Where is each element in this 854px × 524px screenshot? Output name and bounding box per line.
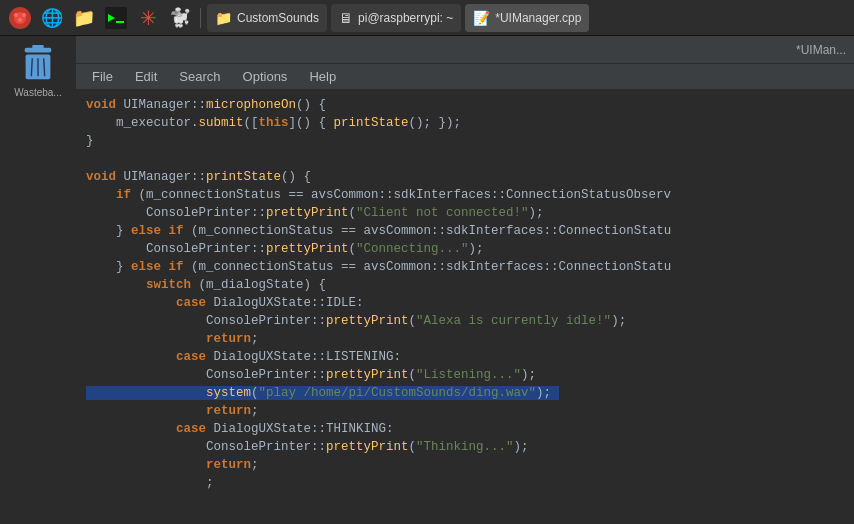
menu-file[interactable]: File: [82, 67, 123, 86]
svg-point-3: [22, 13, 26, 17]
terminal-icon[interactable]: [102, 4, 130, 32]
sidebar: Wasteba...: [0, 36, 76, 524]
editor-titlebar: *UIMan...: [76, 36, 854, 64]
terminal-win-icon: 🖥: [339, 10, 353, 26]
window-custom-sounds[interactable]: 📁 CustomSounds: [207, 4, 327, 32]
menu-help[interactable]: Help: [299, 67, 346, 86]
window-editor-label: *UIManager.cpp: [495, 11, 581, 25]
svg-rect-7: [116, 21, 124, 23]
code-editor[interactable]: void UIManager::microphoneOn() { m_execu…: [76, 90, 854, 524]
main-area: Wasteba... *UIMan... File Edit Search Op…: [0, 36, 854, 524]
editor-win-icon: 📝: [473, 10, 490, 26]
editor-container: *UIMan... File Edit Search Options Help …: [76, 36, 854, 524]
trash-icon[interactable]: Wasteba...: [13, 40, 63, 100]
menu-edit[interactable]: Edit: [125, 67, 167, 86]
window-terminal[interactable]: 🖥 pi@raspberrypi: ~: [331, 4, 461, 32]
menu-search[interactable]: Search: [169, 67, 230, 86]
trash-label: Wasteba...: [14, 87, 61, 98]
editor-window-title: *UIMan...: [796, 43, 846, 57]
svg-point-2: [14, 13, 18, 17]
window-terminal-label: pi@raspberrypi: ~: [358, 11, 453, 25]
dog-icon[interactable]: 🐩: [166, 4, 194, 32]
highlighted-line: system("play /home/pi/CustomSounds/ding.…: [86, 386, 559, 400]
star-icon[interactable]: ✳: [134, 4, 162, 32]
folder-icon: 📁: [215, 10, 232, 26]
sep1: [200, 8, 201, 28]
svg-line-11: [31, 58, 32, 76]
menubar: File Edit Search Options Help: [76, 64, 854, 90]
browser-icon[interactable]: 🌐: [38, 4, 66, 32]
menu-options[interactable]: Options: [233, 67, 298, 86]
files-icon[interactable]: 📁: [70, 4, 98, 32]
svg-point-4: [18, 18, 22, 22]
svg-line-13: [44, 58, 45, 76]
window-editor[interactable]: 📝 *UIManager.cpp: [465, 4, 589, 32]
taskbar: 🌐 📁 ✳ 🐩 📁 CustomSounds 🖥 pi@raspberrypi:…: [0, 0, 854, 36]
code-content: void UIManager::microphoneOn() { m_execu…: [76, 90, 854, 498]
raspberry-icon[interactable]: [6, 4, 34, 32]
svg-rect-9: [32, 44, 43, 48]
window-custom-sounds-label: CustomSounds: [237, 11, 319, 25]
